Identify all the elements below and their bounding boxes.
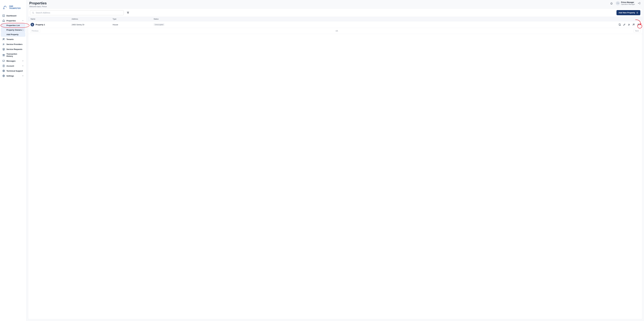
pencil-icon <box>623 23 626 26</box>
sidebar-item-label: Account <box>6 65 14 67</box>
building-icon <box>30 23 34 26</box>
table-row[interactable]: Property 1 2400 Sentry Dr House Unoccupi… <box>28 21 642 28</box>
cell-name: Property 1 <box>30 23 72 26</box>
logout-button[interactable] <box>637 1 641 5</box>
bell-icon <box>610 2 613 4</box>
col-address: Address <box>72 18 112 20</box>
edit-action[interactable] <box>623 23 626 26</box>
avatar-initials: PM <box>616 2 619 4</box>
sidebar-item-dashboard[interactable]: Dashboard <box>1 13 25 18</box>
sidebar-item-tenants[interactable]: Tenants <box>1 37 25 42</box>
content-card: Add New Property Name Address Type Statu… <box>28 8 642 319</box>
primary-nav: Dashboard Properties Properties List Pro… <box>0 12 26 79</box>
button-label: Add New Property <box>618 12 635 14</box>
users-icon <box>2 38 5 40</box>
svg-point-14 <box>620 25 620 26</box>
tools-icon <box>2 43 5 46</box>
logout-icon <box>638 2 640 4</box>
notifications-button[interactable] <box>610 1 614 5</box>
sidebar-item-label: Settings <box>6 75 14 77</box>
lifebuoy-icon <box>2 70 5 72</box>
search-icon <box>32 12 34 14</box>
sidebar-item-label: Tenants <box>6 38 14 40</box>
brand-logo: OME TRUMPETER <box>0 0 26 12</box>
sidebar-item-label: Property Owners <box>6 29 22 31</box>
col-status: Status <box>154 18 608 20</box>
sidebar-item-technical-support[interactable]: Technical Support <box>1 68 25 73</box>
sidebar-item-service-requests[interactable]: Service Requests <box>1 47 25 52</box>
filter-button[interactable] <box>126 10 130 15</box>
cell-name-text: Property 1 <box>36 24 45 26</box>
main-area: Properties Welcome back, Prince PM Princ… <box>26 0 644 321</box>
view-details-action[interactable] <box>618 23 621 26</box>
sidebar-item-label: Transaction History <box>6 53 24 57</box>
page-subtitle: Welcome back, Prince <box>29 6 47 8</box>
search-input[interactable] <box>36 12 122 14</box>
sidebar-subitem-properties-list[interactable]: Properties List <box>1 23 25 28</box>
sidebar-subitem-add-property[interactable]: Add Property <box>1 32 25 37</box>
user-role: Operation Manager <box>621 3 635 5</box>
add-new-property-button[interactable]: Add New Property <box>616 10 640 15</box>
funnel-icon <box>127 12 129 14</box>
add-tenant-action[interactable] <box>637 23 640 26</box>
document-icon <box>2 64 5 67</box>
chevron-down-icon <box>22 60 24 62</box>
user-menu[interactable]: PM Prince Manager Operation Manager <box>616 1 635 5</box>
svg-rect-1 <box>22 30 24 31</box>
svg-point-15 <box>633 24 634 24</box>
svg-rect-12 <box>32 24 33 25</box>
page-title: Properties <box>29 1 47 5</box>
sidebar-item-label: Add Property <box>6 33 18 36</box>
list-toolbar: Add New Property <box>28 9 642 17</box>
svg-point-17 <box>638 24 638 24</box>
chevron-up-icon <box>22 20 24 22</box>
col-name: Name <box>30 18 72 20</box>
sidebar-item-settings[interactable]: Settings <box>1 73 25 78</box>
tenants-action[interactable] <box>632 23 635 26</box>
service-action[interactable] <box>628 23 630 26</box>
search-field[interactable] <box>30 10 124 15</box>
gear-icon <box>2 74 5 77</box>
sidebar-item-service-providers[interactable]: Service Providers <box>1 42 25 47</box>
sidebar-item-messages[interactable]: Messages <box>1 58 25 64</box>
topbar: Properties Welcome back, Prince PM Princ… <box>26 0 644 8</box>
svg-point-8 <box>3 76 4 76</box>
svg-rect-13 <box>619 24 620 25</box>
cell-address: 2400 Sentry Dr <box>72 24 112 26</box>
tools-icon <box>628 23 630 26</box>
row-actions <box>608 23 640 26</box>
cell-status: Unoccupied <box>154 23 608 26</box>
user-name: Prince Manager <box>621 1 635 3</box>
page-indicator: 1/1 <box>40 30 634 32</box>
svg-point-2 <box>3 38 4 39</box>
svg-point-10 <box>637 12 638 12</box>
svg-point-9 <box>32 12 34 13</box>
next-button[interactable]: Next <box>634 29 640 33</box>
svg-rect-4 <box>3 60 5 62</box>
svg-point-7 <box>3 70 4 71</box>
stack-icon <box>2 48 5 50</box>
sidebar-item-label: Service Providers <box>6 43 22 46</box>
people-icon <box>632 23 635 26</box>
col-type: Type <box>112 18 154 20</box>
chevron-down-icon <box>22 65 24 67</box>
chat-icon <box>2 60 5 62</box>
bar-chart-icon <box>2 14 5 17</box>
sidebar-item-label: Messages <box>6 60 16 62</box>
sidebar-subitem-property-owners[interactable]: Property Owners <box>1 28 25 32</box>
sidebar-item-transaction-history[interactable]: Transaction History <box>1 52 25 58</box>
clipboard-search-icon <box>618 23 621 26</box>
table-header: Name Address Type Status <box>28 17 642 21</box>
svg-point-3 <box>4 39 5 39</box>
previous-button[interactable]: Previous <box>30 29 40 33</box>
sidebar-item-label: Dashboard <box>6 15 16 17</box>
chevron-down-icon <box>22 75 24 77</box>
brand-text: OME TRUMPETER <box>9 5 24 9</box>
sidebar: OME TRUMPETER Dashboard Properties Prope… <box>0 0 26 321</box>
sidebar-item-properties[interactable]: Properties <box>1 18 25 23</box>
sidebar-item-label: Properties List <box>6 24 20 26</box>
status-badge: Unoccupied <box>154 23 164 26</box>
sidebar-item-account[interactable]: Account <box>1 64 25 68</box>
pagination: Previous 1/1 Next <box>28 28 642 34</box>
house-roof-icon <box>3 5 8 9</box>
